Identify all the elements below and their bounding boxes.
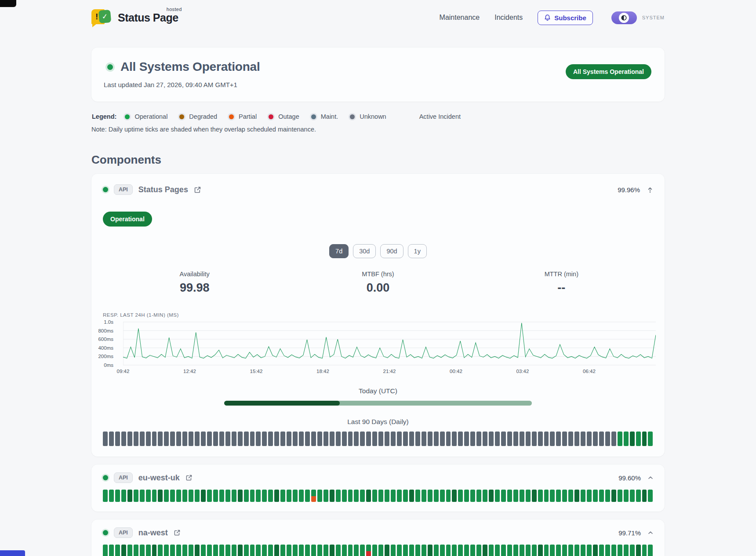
uptime-tick[interactable]: [587, 545, 592, 556]
uptime-tick[interactable]: [164, 432, 169, 446]
uptime-tick[interactable]: [397, 432, 402, 446]
uptime-tick[interactable]: [532, 432, 537, 446]
uptime-tick[interactable]: [152, 490, 157, 502]
uptime-tick[interactable]: [562, 490, 567, 502]
uptime-tick[interactable]: [207, 545, 212, 556]
uptime-tick[interactable]: [287, 490, 291, 502]
uptime-tick[interactable]: [330, 490, 334, 502]
uptime-tick[interactable]: [550, 490, 555, 502]
uptime-tick[interactable]: [409, 490, 414, 502]
uptime-tick[interactable]: [354, 490, 359, 502]
uptime-tick[interactable]: [470, 545, 475, 556]
uptime-tick[interactable]: [330, 432, 334, 446]
uptime-tick[interactable]: [618, 432, 622, 446]
uptime-tick[interactable]: [115, 432, 120, 446]
uptime-tick[interactable]: [599, 432, 604, 446]
uptime-tick[interactable]: [483, 545, 487, 556]
uptime-tick[interactable]: [574, 490, 579, 502]
uptime-tick[interactable]: [336, 545, 341, 556]
uptime-tick[interactable]: [280, 432, 285, 446]
uptime-tick[interactable]: [378, 432, 383, 446]
uptime-tick[interactable]: [391, 432, 396, 446]
uptime-tick[interactable]: [636, 490, 641, 502]
logo[interactable]: ! ✓ Status Page hosted: [91, 8, 178, 27]
uptime-tick[interactable]: [164, 490, 169, 502]
uptime-tick[interactable]: [636, 545, 641, 556]
uptime-tick[interactable]: [470, 490, 475, 502]
uptime-tick[interactable]: [520, 490, 524, 502]
uptime-tick[interactable]: [489, 432, 494, 446]
uptime-tick[interactable]: [305, 545, 310, 556]
uptime-tick[interactable]: [127, 490, 132, 502]
uptime-tick[interactable]: [121, 432, 126, 446]
uptime-tick[interactable]: [244, 545, 249, 556]
uptime-tick[interactable]: [323, 490, 328, 502]
uptime-tick[interactable]: [189, 490, 193, 502]
uptime-tick[interactable]: [207, 490, 212, 502]
external-link-icon[interactable]: [174, 529, 181, 536]
uptime-tick[interactable]: [452, 490, 457, 502]
uptime-tick[interactable]: [176, 432, 181, 446]
uptime-tick[interactable]: [366, 432, 371, 446]
uptime-tick[interactable]: [501, 490, 506, 502]
uptime-tick[interactable]: [146, 545, 151, 556]
uptime-tick[interactable]: [232, 545, 236, 556]
uptime-tick[interactable]: [293, 432, 298, 446]
uptime-tick[interactable]: [195, 490, 200, 502]
uptime-tick[interactable]: [532, 545, 537, 556]
uptime-tick[interactable]: [256, 432, 261, 446]
uptime-tick[interactable]: [140, 490, 145, 502]
uptime-tick[interactable]: [538, 432, 543, 446]
uptime-tick[interactable]: [336, 490, 341, 502]
uptime-tick[interactable]: [476, 490, 481, 502]
uptime-tick[interactable]: [213, 545, 218, 556]
uptime-tick[interactable]: [501, 545, 506, 556]
uptime-tick[interactable]: [330, 545, 334, 556]
uptime-tick[interactable]: [219, 432, 224, 446]
uptime-tick[interactable]: [458, 490, 463, 502]
uptime-tick[interactable]: [415, 490, 420, 502]
uptime-tick[interactable]: [599, 545, 604, 556]
uptime-tick[interactable]: [262, 545, 267, 556]
uptime-tick[interactable]: [587, 432, 592, 446]
uptime-tick[interactable]: [317, 545, 322, 556]
uptime-tick[interactable]: [464, 545, 469, 556]
uptime-tick[interactable]: [446, 490, 451, 502]
uptime-tick[interactable]: [507, 545, 512, 556]
uptime-tick[interactable]: [434, 545, 439, 556]
uptime-tick[interactable]: [428, 432, 433, 446]
uptime-tick[interactable]: [219, 490, 224, 502]
uptime-tick[interactable]: [520, 432, 524, 446]
range-button-90d[interactable]: 90d: [380, 244, 403, 258]
uptime-tick[interactable]: [342, 490, 347, 502]
uptime-tick[interactable]: [385, 545, 389, 556]
uptime-tick[interactable]: [134, 545, 138, 556]
uptime-tick[interactable]: [470, 432, 475, 446]
uptime-tick[interactable]: [403, 432, 408, 446]
uptime-tick[interactable]: [256, 490, 261, 502]
uptime-tick[interactable]: [127, 432, 132, 446]
uptime-tick[interactable]: [348, 545, 353, 556]
uptime-tick[interactable]: [268, 432, 273, 446]
uptime-tick[interactable]: [513, 490, 518, 502]
uptime-tick[interactable]: [618, 545, 622, 556]
uptime-tick[interactable]: [532, 490, 537, 502]
uptime-tick[interactable]: [611, 490, 616, 502]
uptime-tick[interactable]: [476, 545, 481, 556]
uptime-tick[interactable]: [201, 545, 206, 556]
uptime-tick[interactable]: [415, 545, 420, 556]
uptime-tick[interactable]: [152, 545, 157, 556]
uptime-tick[interactable]: [630, 490, 635, 502]
uptime-tick[interactable]: [593, 490, 598, 502]
uptime-tick[interactable]: [311, 545, 316, 556]
uptime-tick[interactable]: [348, 490, 353, 502]
uptime-tick[interactable]: [103, 432, 108, 446]
uptime-tick[interactable]: [397, 545, 402, 556]
uptime-tick[interactable]: [397, 490, 402, 502]
uptime-tick[interactable]: [428, 545, 433, 556]
uptime-tick[interactable]: [507, 432, 512, 446]
uptime-tick[interactable]: [354, 545, 359, 556]
uptime-tick[interactable]: [556, 545, 561, 556]
uptime-tick[interactable]: [562, 545, 567, 556]
uptime-tick[interactable]: [238, 432, 243, 446]
